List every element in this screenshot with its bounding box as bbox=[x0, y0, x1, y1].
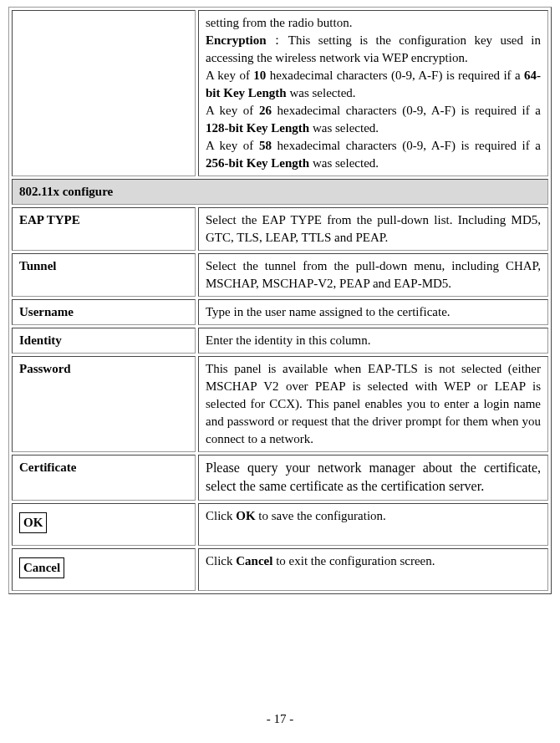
row-label-cancel: Cancel bbox=[12, 548, 196, 591]
key256bit: 256-bit Key Length bbox=[206, 156, 309, 170]
row-desc-identity: Enter the identity in this column. bbox=[198, 328, 548, 354]
text: A key of bbox=[206, 104, 259, 117]
table-row: setting from the radio button. Encryptio… bbox=[12, 10, 548, 176]
page-number: - 17 - bbox=[0, 710, 560, 728]
row-label-ok: OK bbox=[12, 503, 196, 546]
ok-button[interactable]: OK bbox=[19, 512, 47, 533]
row-label-certificate: Certificate bbox=[12, 455, 196, 501]
text: was selected. bbox=[309, 121, 379, 135]
table-row: Identity Enter the identity in this colu… bbox=[12, 328, 548, 354]
text: setting from the radio button. bbox=[206, 16, 352, 29]
key58: 58 bbox=[259, 139, 272, 152]
key26: 26 bbox=[259, 104, 272, 117]
encryption-label: Encryption bbox=[206, 33, 267, 47]
key10: 10 bbox=[253, 69, 266, 82]
table-row: EAP TYPE Select the EAP TYPE from the pu… bbox=[12, 207, 548, 251]
row-desc-tunnel: Select the tunnel from the pull-down men… bbox=[198, 253, 548, 297]
cancel-button[interactable]: Cancel bbox=[19, 557, 64, 578]
key128bit: 128-bit Key Length bbox=[206, 121, 309, 135]
row-label-empty bbox=[12, 10, 196, 176]
text: A key of bbox=[206, 139, 259, 152]
cancel-bold: Cancel bbox=[236, 554, 272, 567]
text: hexadecimal characters (0-9, A-F) is req… bbox=[266, 69, 524, 82]
text: A key of bbox=[206, 69, 253, 82]
text: Click bbox=[206, 554, 236, 567]
table-row: Certificate Please query your network ma… bbox=[12, 455, 548, 501]
row-label-username: Username bbox=[12, 299, 196, 325]
table-row: OK Click OK to save the configuration. bbox=[12, 503, 548, 546]
row-label-identity: Identity bbox=[12, 328, 196, 354]
config-table: setting from the radio button. Encryptio… bbox=[8, 7, 552, 594]
row-desc-username: Type in the user name assigned to the ce… bbox=[198, 299, 548, 325]
table-row-section: 802.11x configure bbox=[12, 179, 548, 205]
row-desc-certificate: Please query your network manager about … bbox=[198, 455, 548, 501]
row-label-tunnel: Tunnel bbox=[12, 253, 196, 297]
row-desc-password: This panel is available when EAP-TLS is … bbox=[198, 356, 548, 452]
table-row: Username Type in the user name assigned … bbox=[12, 299, 548, 325]
row-desc-cancel: Click Cancel to exit the configuration s… bbox=[198, 548, 548, 591]
text: hexadecimal characters (0-9, A-F) is req… bbox=[272, 139, 541, 152]
row-label-eaptype: EAP TYPE bbox=[12, 207, 196, 251]
table-row: Cancel Click Cancel to exit the configur… bbox=[12, 548, 548, 591]
row-desc-eaptype: Select the EAP TYPE from the pull-down l… bbox=[198, 207, 548, 251]
row-desc-ok: Click OK to save the configuration. bbox=[198, 503, 548, 546]
text: ： bbox=[267, 33, 288, 47]
text: hexadecimal characters (0-9, A-F) is req… bbox=[272, 104, 541, 117]
row-label-password: Password bbox=[12, 356, 196, 452]
ok-bold: OK bbox=[236, 509, 255, 522]
text: to save the configuration. bbox=[256, 509, 386, 522]
table-row: Tunnel Select the tunnel from the pull-d… bbox=[12, 253, 548, 297]
table-row: Password This panel is available when EA… bbox=[12, 356, 548, 452]
section-header-80211x: 802.11x configure bbox=[12, 179, 548, 205]
text: Click bbox=[206, 509, 236, 522]
row-desc-encryption: setting from the radio button. Encryptio… bbox=[198, 10, 548, 176]
text: was selected. bbox=[287, 86, 356, 99]
text: to exit the configuration screen. bbox=[272, 554, 435, 567]
text: was selected. bbox=[309, 156, 379, 170]
